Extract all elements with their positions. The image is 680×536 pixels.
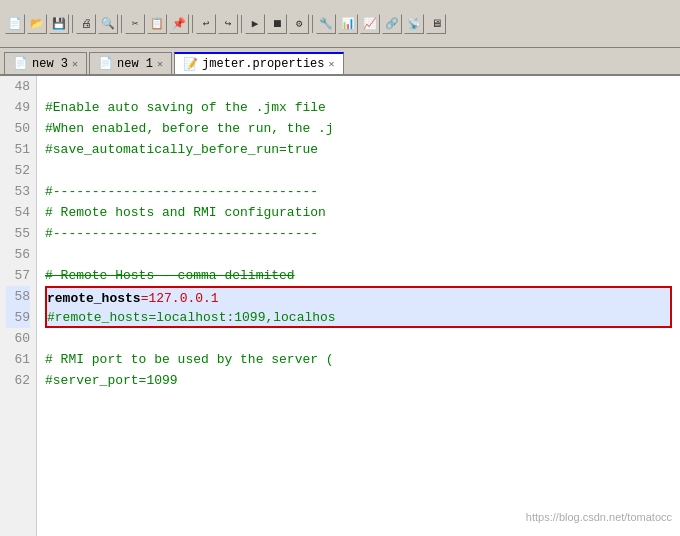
code-line-52 <box>45 160 672 181</box>
code-line-57: # Remote Hosts - comma delimited <box>45 265 672 286</box>
tab-new3[interactable]: 📄 new 3 ✕ <box>4 52 87 74</box>
line-num-49: 49 <box>6 97 30 118</box>
code-line-54: # Remote hosts and RMI configuration <box>45 202 672 223</box>
code-line-58: remote_hosts=127.0.0.1 <box>45 286 672 307</box>
code-content[interactable]: #Enable auto saving of the .jmx file #Wh… <box>37 76 680 536</box>
tab-icon-new3: 📄 <box>13 56 28 71</box>
toolbar-paste[interactable]: 📌 <box>169 14 189 34</box>
toolbar-extra3[interactable]: 📈 <box>360 14 380 34</box>
toolbar-sep-5 <box>312 15 313 33</box>
toolbar: 📄 📂 💾 🖨 🔍 ✂️ 📋 📌 ↩ ↪ ▶ ⏹ ⚙ 🔧 📊 📈 🔗 📡 🖥 <box>0 0 680 48</box>
tab-close-new1[interactable]: ✕ <box>157 58 163 70</box>
toolbar-stop[interactable]: ⏹ <box>267 14 287 34</box>
toolbar-save[interactable]: 💾 <box>49 14 69 34</box>
line-num-50: 50 <box>6 118 30 139</box>
toolbar-preview[interactable]: 🔍 <box>98 14 118 34</box>
toolbar-extra1[interactable]: 🔧 <box>316 14 336 34</box>
line-num-60: 60 <box>6 328 30 349</box>
toolbar-redo[interactable]: ↪ <box>218 14 238 34</box>
tab-label-new3: new 3 <box>32 57 68 71</box>
tab-close-jmeter[interactable]: ✕ <box>329 58 335 70</box>
toolbar-sep-1 <box>72 15 73 33</box>
toolbar-settings[interactable]: ⚙ <box>289 14 309 34</box>
toolbar-sep-3 <box>192 15 193 33</box>
toolbar-sep-4 <box>241 15 242 33</box>
line-num-57: 57 <box>6 265 30 286</box>
line-num-58: 58 <box>6 286 30 307</box>
watermark: https://blog.csdn.net/tomatocc <box>526 507 672 528</box>
code-line-59: #remote_hosts=localhost:1099,localhos <box>45 307 672 328</box>
toolbar-sep-2 <box>121 15 122 33</box>
code-line-60 <box>45 328 672 349</box>
line-num-56: 56 <box>6 244 30 265</box>
toolbar-undo[interactable]: ↩ <box>196 14 216 34</box>
toolbar-copy[interactable]: 📋 <box>147 14 167 34</box>
tab-label-new1: new 1 <box>117 57 153 71</box>
tab-icon-jmeter: 📝 <box>183 57 198 72</box>
toolbar-open[interactable]: 📂 <box>27 14 47 34</box>
code-line-55: #---------------------------------- <box>45 223 672 244</box>
code-line-56 <box>45 244 672 265</box>
line-num-53: 53 <box>6 181 30 202</box>
tab-new1[interactable]: 📄 new 1 ✕ <box>89 52 172 74</box>
toolbar-cut[interactable]: ✂️ <box>125 14 145 34</box>
line-num-52: 52 <box>6 160 30 181</box>
code-line-51: #save_automatically_before_run=true <box>45 139 672 160</box>
code-line-50: #When enabled, before the run, the .j <box>45 118 672 139</box>
toolbar-new[interactable]: 📄 <box>5 14 25 34</box>
code-line-48 <box>45 76 672 97</box>
toolbar-extra4[interactable]: 🔗 <box>382 14 402 34</box>
line-numbers: 48 49 50 51 52 53 54 55 56 57 58 59 60 6… <box>0 76 37 536</box>
tabs-bar: 📄 new 3 ✕ 📄 new 1 ✕ 📝 jmeter.properties … <box>0 48 680 76</box>
tab-icon-new1: 📄 <box>98 56 113 71</box>
toolbar-print[interactable]: 🖨 <box>76 14 96 34</box>
line-num-55: 55 <box>6 223 30 244</box>
code-line-61: # RMI port to be used by the server ( <box>45 349 672 370</box>
line-num-51: 51 <box>6 139 30 160</box>
toolbar-extra6[interactable]: 🖥 <box>426 14 446 34</box>
line-num-54: 54 <box>6 202 30 223</box>
editor-area: 48 49 50 51 52 53 54 55 56 57 58 59 60 6… <box>0 76 680 536</box>
toolbar-extra5[interactable]: 📡 <box>404 14 424 34</box>
line-num-48: 48 <box>6 76 30 97</box>
code-line-49: #Enable auto saving of the .jmx file <box>45 97 672 118</box>
tab-close-new3[interactable]: ✕ <box>72 58 78 70</box>
line-num-62: 62 <box>6 370 30 391</box>
code-line-53: #---------------------------------- <box>45 181 672 202</box>
toolbar-run[interactable]: ▶ <box>245 14 265 34</box>
line-num-59: 59 <box>6 307 30 328</box>
code-line-62: #server_port=1099 <box>45 370 672 391</box>
tab-jmeter[interactable]: 📝 jmeter.properties ✕ <box>174 52 343 74</box>
toolbar-extra2[interactable]: 📊 <box>338 14 358 34</box>
tab-label-jmeter: jmeter.properties <box>202 57 324 71</box>
line-num-61: 61 <box>6 349 30 370</box>
